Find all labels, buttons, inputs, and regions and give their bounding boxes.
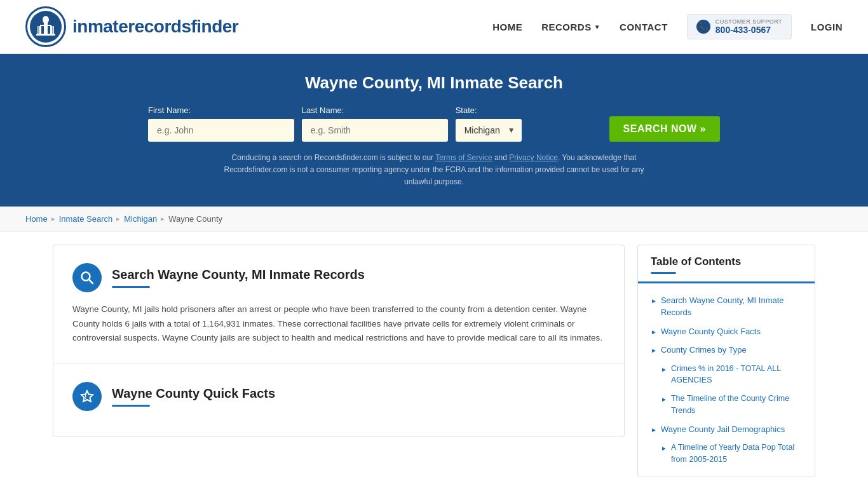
chevron-right-icon: ► bbox=[661, 395, 667, 404]
breadcrumb-sep-3: ▸ bbox=[161, 215, 165, 223]
breadcrumb-sep-1: ▸ bbox=[51, 215, 55, 223]
search-button[interactable]: SEARCH NOW » bbox=[609, 116, 720, 142]
section-title-1-wrapper: Search Wayne County, MI Inmate Records bbox=[112, 268, 365, 288]
breadcrumb: Home ▸ Inmate Search ▸ Michigan ▸ Wayne … bbox=[0, 207, 868, 232]
breadcrumb-michigan[interactable]: Michigan bbox=[124, 214, 157, 224]
title-underline-2 bbox=[112, 405, 150, 407]
svg-rect-6 bbox=[36, 34, 55, 36]
state-wrapper: Michigan Alabama Alaska Arizona Californ… bbox=[456, 119, 522, 142]
svg-line-10 bbox=[89, 280, 93, 283]
toc-link-4[interactable]: ► Crimes % in 2016 - TOTAL ALL AGENCIES bbox=[661, 363, 802, 387]
toc-item-5: ► The Timeline of the County Crime Trend… bbox=[638, 390, 815, 420]
first-name-group: First Name: bbox=[148, 105, 294, 142]
section-title-2-wrapper: Wayne County Quick Facts bbox=[112, 386, 275, 407]
nav-records[interactable]: RECORDS ▼ bbox=[541, 22, 600, 32]
logo-icon bbox=[25, 6, 66, 47]
logo[interactable]: inmaterecordsfinder bbox=[25, 6, 238, 47]
terms-link[interactable]: Terms of Service bbox=[435, 153, 492, 162]
search-icon bbox=[72, 263, 102, 292]
toc-item-1: ► Search Wayne County, MI Inmate Records bbox=[638, 291, 815, 322]
nav-home[interactable]: HOME bbox=[492, 22, 522, 32]
toc-item-4: ► Crimes % in 2016 - TOTAL ALL AGENCIES bbox=[638, 360, 815, 390]
section-title-1: Search Wayne County, MI Inmate Records bbox=[112, 268, 365, 282]
login-button[interactable]: LOGIN bbox=[811, 22, 843, 32]
privacy-link[interactable]: Privacy Notice bbox=[509, 153, 558, 162]
main-container: Search Wayne County, MI Inmate Records W… bbox=[27, 245, 841, 477]
svg-rect-3 bbox=[37, 26, 41, 34]
last-name-label: Last Name: bbox=[302, 105, 344, 115]
chevron-right-icon: ► bbox=[651, 425, 657, 435]
toc-item-2: ► Wayne County Quick Facts bbox=[638, 322, 815, 341]
svg-rect-4 bbox=[44, 26, 48, 34]
toc-link-3[interactable]: ► County Crimes by Type bbox=[651, 344, 802, 356]
chevron-right-icon: ► bbox=[651, 327, 657, 337]
breadcrumb-inmate-search[interactable]: Inmate Search bbox=[59, 214, 113, 224]
breadcrumb-current: Wayne County bbox=[168, 214, 222, 224]
disclaimer-text: Conducting a search on Recordsfinder.com… bbox=[212, 152, 656, 189]
toc-item-7: ► A Timeline of Yearly Data Pop Total fr… bbox=[638, 438, 815, 469]
svg-text:!: ! bbox=[85, 393, 86, 400]
chevron-right-icon: ► bbox=[651, 296, 657, 306]
toc-item-6: ► Wayne County Jail Demographics bbox=[638, 420, 815, 439]
toc-header: Table of Contents bbox=[638, 245, 815, 283]
chevron-down-icon: ▼ bbox=[594, 24, 600, 30]
toc-link-2[interactable]: ► Wayne County Quick Facts bbox=[651, 325, 802, 338]
toc-title: Table of Contents bbox=[651, 255, 802, 268]
toc-link-5[interactable]: ► The Timeline of the County Crime Trend… bbox=[661, 393, 802, 417]
toc-underline bbox=[651, 272, 676, 274]
logo-inner bbox=[30, 11, 62, 43]
table-of-contents: Table of Contents ► Search Wayne County,… bbox=[637, 245, 815, 477]
first-name-label: First Name: bbox=[148, 105, 191, 115]
state-group: State: Michigan Alabama Alaska Arizona C… bbox=[456, 105, 602, 142]
chevron-right-icon: ► bbox=[661, 444, 667, 453]
hero-section: Wayne County, MI Inmate Search First Nam… bbox=[0, 54, 868, 207]
section-header-1: Search Wayne County, MI Inmate Records bbox=[72, 263, 605, 292]
phone-icon: 📞 bbox=[696, 20, 710, 34]
breadcrumb-home[interactable]: Home bbox=[25, 214, 48, 224]
toc-link-1[interactable]: ► Search Wayne County, MI Inmate Records bbox=[651, 294, 802, 319]
site-header: inmaterecordsfinder HOME RECORDS ▼ CONTA… bbox=[0, 0, 868, 54]
section-title-2: Wayne County Quick Facts bbox=[112, 386, 275, 401]
support-box[interactable]: 📞 CUSTOMER SUPPORT 800-433-0567 bbox=[687, 14, 792, 39]
chevron-right-icon: ► bbox=[651, 346, 657, 355]
info-icon: ! bbox=[72, 382, 102, 411]
logo-text: inmaterecordsfinder bbox=[72, 17, 238, 37]
support-text: CUSTOMER SUPPORT 800-433-0567 bbox=[715, 18, 782, 35]
state-label: State: bbox=[456, 105, 477, 115]
main-nav: HOME RECORDS ▼ CONTACT 📞 CUSTOMER SUPPOR… bbox=[492, 14, 843, 39]
content-area: Search Wayne County, MI Inmate Records W… bbox=[53, 245, 625, 438]
state-select[interactable]: Michigan Alabama Alaska Arizona Californ… bbox=[456, 119, 522, 142]
last-name-group: Last Name: bbox=[302, 105, 448, 142]
toc-link-7[interactable]: ► A Timeline of Yearly Data Pop Total fr… bbox=[661, 442, 802, 466]
first-name-input[interactable] bbox=[148, 119, 294, 142]
last-name-input[interactable] bbox=[302, 119, 448, 142]
title-underline-1 bbox=[112, 286, 150, 288]
toc-list: ► Search Wayne County, MI Inmate Records… bbox=[638, 283, 815, 477]
page-title: Wayne County, MI Inmate Search bbox=[25, 73, 843, 93]
toc-link-6[interactable]: ► Wayne County Jail Demographics bbox=[651, 423, 802, 436]
section-header-2: ! Wayne County Quick Facts bbox=[72, 382, 605, 411]
svg-rect-2 bbox=[40, 25, 51, 26]
section-quick-facts: ! Wayne County Quick Facts bbox=[53, 364, 624, 437]
search-form: First Name: Last Name: State: Michigan A… bbox=[148, 105, 720, 142]
svg-point-0 bbox=[43, 16, 49, 24]
section-body-1: Wayne County, MI jails hold prisoners af… bbox=[72, 302, 605, 346]
svg-rect-5 bbox=[50, 26, 54, 34]
breadcrumb-sep-2: ▸ bbox=[116, 215, 120, 223]
nav-contact[interactable]: CONTACT bbox=[620, 22, 668, 32]
chevron-right-icon: ► bbox=[661, 365, 667, 374]
section-inmate-records: Search Wayne County, MI Inmate Records W… bbox=[53, 245, 624, 365]
svg-rect-1 bbox=[44, 23, 48, 25]
toc-item-3: ► County Crimes by Type bbox=[638, 341, 815, 360]
